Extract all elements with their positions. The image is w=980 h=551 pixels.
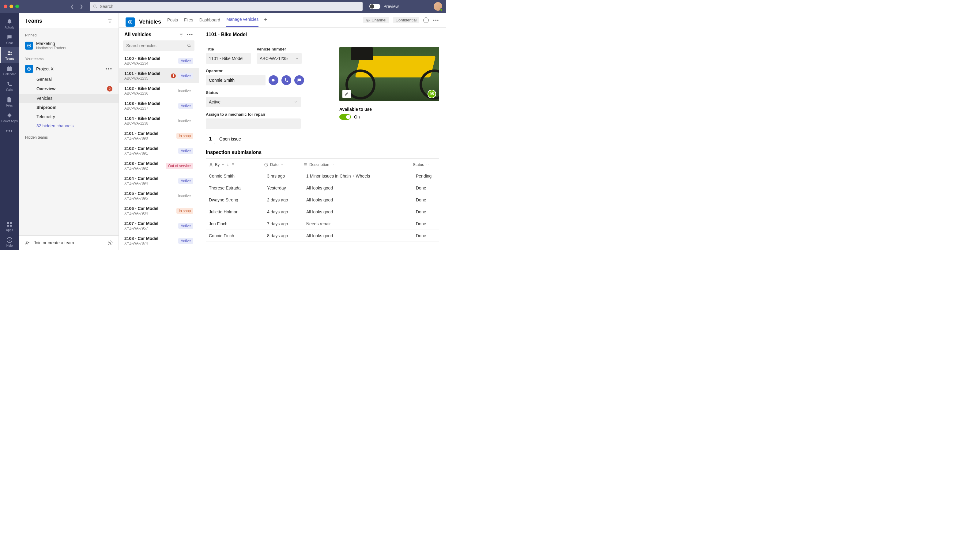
rail-calendar[interactable]: Calendar: [0, 63, 19, 78]
join-create-link[interactable]: Join or create a team: [34, 240, 104, 245]
maximize-window-button[interactable]: [15, 5, 19, 8]
channel-general[interactable]: General: [19, 75, 119, 84]
tab-posts[interactable]: Posts: [167, 17, 178, 27]
filter-icon[interactable]: [179, 32, 184, 37]
user-avatar[interactable]: [434, 2, 442, 11]
tab-more-button[interactable]: •••: [433, 18, 439, 22]
filter-icon[interactable]: [108, 19, 112, 24]
vehicle-item[interactable]: 2101 - Car Model XYZ-WA-7890 In shop: [119, 128, 199, 143]
vehicle-item[interactable]: 2107 - Car Model XYZ-WA-7957 Active: [119, 218, 199, 233]
channel-visibility-tag[interactable]: Channel: [363, 17, 389, 23]
status-badge: Active: [178, 73, 193, 79]
vehicle-item[interactable]: 2106 - Car Model XYZ-WA-7934 In shop: [119, 203, 199, 218]
apps-icon: [6, 221, 13, 228]
vehicle-search-input[interactable]: [126, 43, 187, 48]
vehicle-item[interactable]: 1104 - Bike Model ABC-WA-1238 Inactive: [119, 113, 199, 128]
pinned-team[interactable]: Marketing Northwind Traders: [19, 39, 119, 52]
title-input[interactable]: [206, 53, 251, 64]
settings-icon[interactable]: [108, 240, 113, 246]
search-icon: [187, 43, 191, 48]
rail-powerapps[interactable]: Power Apps: [0, 110, 19, 125]
vehicle-item[interactable]: 1102 - Bike Model ABC-WA-1236 Inactive: [119, 83, 199, 98]
close-window-button[interactable]: [4, 5, 7, 8]
team-name: Project X: [36, 67, 102, 71]
confidential-tag[interactable]: Confidential: [393, 17, 419, 23]
inspection-status: Done: [413, 197, 439, 202]
inspection-date: 2 days ago: [264, 197, 303, 202]
rail-chat[interactable]: Chat: [0, 32, 19, 47]
inspection-row[interactable]: Therese Estrada Yesterday All looks good…: [206, 182, 439, 194]
vehicle-list-more[interactable]: •••: [187, 32, 193, 37]
vehicle-item[interactable]: 2102 - Car Model XYZ-WA-7891 Active: [119, 143, 199, 158]
vehicle-item[interactable]: 1103 - Bike Model ABC-WA-1237 Active: [119, 98, 199, 113]
edit-image-button[interactable]: [342, 90, 351, 98]
col-desc[interactable]: Description: [303, 162, 413, 167]
audio-call-button[interactable]: [282, 75, 291, 85]
vehicle-search[interactable]: [123, 40, 194, 51]
minimize-window-button[interactable]: [10, 5, 13, 8]
channel-shiproom[interactable]: Shiproom: [19, 103, 119, 112]
col-date[interactable]: Date: [264, 162, 303, 167]
rail-teams[interactable]: Teams: [0, 47, 19, 63]
vehicle-item[interactable]: 2105 - Car Model XYZ-WA-7895 Inactive: [119, 188, 199, 203]
vehicle-item[interactable]: 2104 - Car Model XYZ-WA-7894 Active: [119, 173, 199, 188]
channel-vehicles[interactable]: Vehicles: [19, 94, 119, 103]
inspection-row[interactable]: Dwayne Strong 2 days ago All looks good …: [206, 194, 439, 206]
vehicle-sub: ABC-WA-1236: [124, 91, 173, 95]
channel-telemetry[interactable]: Telemetry: [19, 112, 119, 121]
vehicle-name: 2107 - Car Model: [124, 221, 176, 226]
rail-label: Apps: [6, 229, 13, 232]
open-issue-label[interactable]: Open issue: [219, 137, 241, 141]
hidden-channels-link[interactable]: 32 hidden channels: [19, 121, 119, 130]
inspection-row[interactable]: Jon Finch 7 days ago Needs repair Done: [206, 218, 439, 230]
tab-files[interactable]: Files: [184, 17, 193, 27]
channel-title: Vehicles: [139, 19, 161, 25]
status-select[interactable]: Active: [206, 97, 301, 107]
tab-dashboard[interactable]: Dashboard: [199, 17, 221, 27]
assign-input[interactable]: [206, 119, 301, 129]
filter-icon[interactable]: [231, 162, 235, 167]
inspection-row[interactable]: Juliette Holman 4 days ago All looks goo…: [206, 206, 439, 218]
vehicle-item[interactable]: 2108 - Car Model XYZ-WA-7874 Active: [119, 233, 199, 248]
rail-files[interactable]: Files: [0, 94, 19, 110]
vehicle-item[interactable]: 1101 - Bike Model ABC-WA-1235 1 Active: [119, 68, 199, 83]
global-search[interactable]: [90, 2, 363, 11]
vehicle-sub: XYZ-WA-7892: [124, 166, 163, 170]
available-toggle[interactable]: [339, 114, 351, 120]
operator-input[interactable]: [206, 75, 266, 86]
video-call-button[interactable]: [269, 75, 278, 85]
vehicle-item[interactable]: 2109 - Car Model XYZ-WA-7941 Inactive: [119, 248, 199, 250]
add-tab-button[interactable]: +: [264, 16, 267, 27]
search-input[interactable]: [100, 4, 360, 9]
rail-apps[interactable]: Apps: [0, 219, 19, 234]
rail-label: Calls: [6, 88, 13, 92]
vehicle-item[interactable]: 1100 - Bike Model ABC-WA-1234 Active: [119, 53, 199, 68]
tab-manage-vehicles[interactable]: Manage vehicles: [226, 17, 258, 27]
rail-activity[interactable]: Activity: [0, 16, 19, 32]
chevron-down-icon: [294, 100, 298, 104]
team-project-x[interactable]: Project X •••: [19, 63, 119, 75]
info-button[interactable]: i: [423, 17, 429, 23]
col-by[interactable]: By: [206, 162, 264, 167]
col-status[interactable]: Status: [413, 162, 439, 167]
chevron-down-icon: [331, 163, 334, 166]
sort-icon[interactable]: [226, 162, 229, 167]
rail-calls[interactable]: Calls: [0, 78, 19, 94]
team-more-button[interactable]: •••: [105, 66, 112, 71]
back-button[interactable]: ❮: [70, 4, 74, 9]
chat-button[interactable]: [294, 75, 304, 85]
vehicle-sub: XYZ-WA-7891: [124, 151, 176, 156]
rail-more[interactable]: •••: [6, 125, 13, 137]
chat-icon: [6, 34, 13, 41]
vehicle-name: 1100 - Bike Model: [124, 56, 176, 61]
inspection-by: Dwayne Strong: [206, 197, 264, 202]
rail-help[interactable]: ? Help: [0, 234, 19, 250]
preview-toggle[interactable]: [369, 4, 380, 9]
vehicle-item[interactable]: 2103 - Car Model XYZ-WA-7892 Out of serv…: [119, 158, 199, 173]
forward-button[interactable]: ❯: [80, 4, 83, 9]
svg-text:?: ?: [9, 238, 10, 242]
channel-overview[interactable]: Overview2: [19, 84, 119, 94]
inspection-row[interactable]: Connie Smith 3 hrs ago 1 Minor issues in…: [206, 170, 439, 182]
inspection-row[interactable]: Connie Finch 8 days ago All looks good D…: [206, 230, 439, 242]
vehicle-number-select[interactable]: ABC-WA-1235: [257, 53, 302, 64]
